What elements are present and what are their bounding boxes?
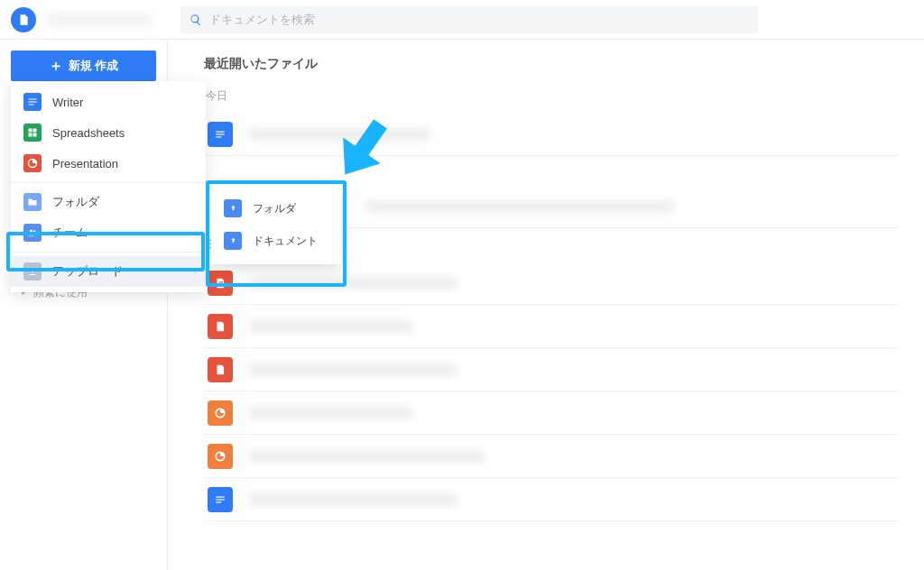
pdf-icon	[208, 314, 233, 339]
search-input[interactable]	[209, 13, 749, 26]
file-row[interactable]	[204, 262, 899, 305]
file-name-redacted	[249, 320, 411, 333]
menu-separator	[11, 182, 206, 183]
group-today: 今日	[206, 88, 899, 104]
svg-rect-5	[29, 133, 32, 137]
app-name-redacted	[45, 13, 153, 27]
menu-upload-label: アップロード	[52, 263, 123, 280]
file-list: 日前	[204, 113, 899, 521]
top-bar	[0, 0, 924, 40]
file-name-redacted	[366, 200, 673, 213]
menu-separator	[11, 252, 206, 253]
file-row[interactable]	[204, 113, 899, 156]
svg-rect-16	[216, 496, 224, 497]
menu-presentation-label: Presentation	[52, 157, 118, 170]
plus-icon: ＋	[49, 57, 63, 76]
upload-folder-icon	[224, 199, 242, 217]
spreadsheet-icon	[23, 124, 42, 142]
search-icon	[189, 14, 202, 26]
svg-rect-0	[29, 99, 37, 100]
svg-rect-6	[33, 133, 37, 137]
submenu-item-folder[interactable]: フォルダ	[211, 192, 341, 225]
file-row[interactable]	[204, 348, 899, 391]
search-box[interactable]	[180, 6, 758, 33]
svg-rect-2	[29, 105, 34, 106]
svg-point-8	[30, 230, 32, 233]
presentation-icon	[23, 154, 42, 172]
doc-icon	[208, 122, 233, 147]
file-name-redacted	[249, 450, 484, 463]
presentation-file-icon	[208, 444, 233, 469]
writer-icon	[23, 93, 42, 111]
pdf-icon	[208, 357, 233, 382]
team-icon	[23, 224, 42, 242]
menu-folder-label: フォルダ	[52, 194, 99, 210]
svg-rect-10	[30, 274, 36, 275]
file-row[interactable]	[204, 305, 899, 348]
new-create-button[interactable]: ＋ 新規 作成	[11, 51, 156, 81]
document-icon	[17, 14, 30, 26]
menu-item-upload[interactable]: アップロード ›	[11, 256, 206, 287]
svg-point-9	[33, 230, 36, 233]
file-name-redacted	[249, 277, 457, 290]
file-row[interactable]	[204, 435, 899, 478]
upload-document-icon	[224, 232, 242, 250]
menu-item-writer[interactable]: Writer	[11, 87, 206, 117]
sidebar: ＋ 新規 作成 Writer Spreadsheets Presentation…	[0, 40, 168, 570]
submenu-item-document[interactable]: ドキュメント	[211, 225, 341, 257]
folder-icon	[23, 193, 42, 211]
file-name-redacted	[249, 363, 457, 376]
menu-team-label: チーム	[52, 225, 88, 241]
file-name-redacted	[249, 128, 430, 141]
chevron-right-icon: ›	[194, 267, 197, 277]
svg-rect-1	[29, 102, 37, 103]
menu-item-team[interactable]: チーム	[11, 217, 206, 248]
app-logo[interactable]	[11, 7, 36, 32]
file-row[interactable]	[204, 391, 899, 435]
new-create-label: 新規 作成	[69, 58, 119, 74]
main-content: 最近開いたファイル 今日 日前	[168, 40, 924, 570]
file-row[interactable]	[204, 478, 899, 521]
svg-rect-17	[216, 499, 224, 500]
submenu-document-label: ドキュメント	[253, 234, 318, 249]
presentation-file-icon	[208, 400, 233, 426]
submenu-folder-label: フォルダ	[253, 201, 296, 216]
menu-item-spreadsheets[interactable]: Spreadsheets	[11, 117, 206, 148]
menu-item-folder[interactable]: フォルダ	[11, 187, 206, 217]
page-title: 最近開いたファイル	[204, 56, 899, 72]
file-name-redacted	[249, 407, 411, 419]
create-menu: Writer Spreadsheets Presentation フォルダ チー…	[11, 81, 206, 292]
svg-rect-3	[29, 129, 32, 133]
svg-rect-12	[216, 133, 224, 134]
menu-item-presentation[interactable]: Presentation	[11, 148, 206, 179]
upload-icon	[23, 262, 42, 280]
svg-rect-11	[216, 131, 224, 132]
menu-writer-label: Writer	[52, 96, 83, 109]
doc-icon	[208, 487, 233, 512]
file-name-redacted	[249, 493, 457, 506]
svg-rect-13	[216, 136, 221, 137]
upload-submenu: フォルダ ドキュメント	[211, 185, 341, 264]
group-gap	[204, 156, 899, 185]
svg-rect-18	[216, 501, 221, 502]
menu-spreadsheets-label: Spreadsheets	[52, 126, 125, 140]
svg-rect-4	[33, 129, 37, 133]
pdf-icon	[208, 271, 233, 296]
